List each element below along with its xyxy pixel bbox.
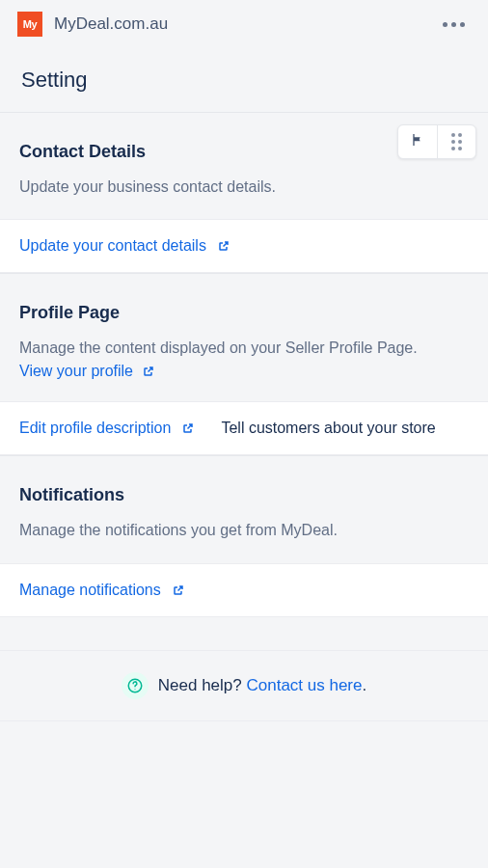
- action-row: Edit profile description Tell customers …: [0, 401, 488, 455]
- app-header: My MyDeal.com.au: [0, 0, 488, 48]
- help-icon: [122, 672, 149, 699]
- manage-notifications-link[interactable]: Manage notifications: [19, 582, 184, 599]
- help-bar: Need help? Contact us here.: [0, 650, 488, 721]
- section-body: Contact Details Update your business con…: [0, 113, 488, 219]
- edit-profile-link[interactable]: Edit profile description: [19, 420, 194, 437]
- update-contact-link[interactable]: Update your contact details: [19, 237, 230, 255]
- view-profile-link[interactable]: View your profile: [19, 363, 154, 380]
- section-profile-page: Profile Page Manage the content displaye…: [0, 273, 488, 455]
- flag-icon: [410, 132, 425, 151]
- action-link-label: Edit profile description: [19, 420, 171, 437]
- action-row: Update your contact details: [0, 219, 488, 273]
- help-text: Need help? Contact us here.: [158, 676, 366, 695]
- page-tools: [397, 124, 476, 159]
- action-row: Manage notifications: [0, 563, 488, 617]
- inline-link-label: View your profile: [19, 363, 133, 380]
- drag-handle-button[interactable]: [437, 125, 475, 158]
- section-body: Profile Page Manage the content displaye…: [0, 274, 488, 401]
- external-link-icon: [182, 422, 194, 434]
- page-title-bar: Setting: [0, 48, 488, 112]
- section-description: Manage the content displayed on your Sel…: [19, 337, 469, 359]
- app-logo: My: [17, 12, 42, 37]
- section-title: Profile Page: [19, 303, 469, 323]
- svg-point-1: [134, 689, 135, 690]
- action-link-label: Update your contact details: [19, 237, 206, 255]
- help-prefix: Need help?: [158, 676, 247, 694]
- page-title: Setting: [21, 68, 467, 93]
- app-title: MyDeal.com.au: [54, 14, 168, 34]
- external-link-icon: [143, 366, 154, 377]
- overflow-menu-icon[interactable]: [437, 16, 471, 33]
- action-link-label: Manage notifications: [19, 582, 161, 599]
- header-left: My MyDeal.com.au: [17, 12, 168, 37]
- drag-handle-icon: [451, 133, 462, 150]
- section-description: Update your business contact details.: [19, 176, 469, 198]
- flag-button[interactable]: [398, 125, 437, 158]
- external-link-icon: [173, 584, 184, 596]
- section-description: Manage the notifications you get from My…: [19, 519, 469, 541]
- section-body: Notifications Manage the notifications y…: [0, 456, 488, 562]
- section-title: Notifications: [19, 485, 469, 505]
- section-contact-details: Contact Details Update your business con…: [0, 112, 488, 273]
- external-link-icon: [218, 240, 230, 252]
- profile-aside-text: Tell customers about your store: [221, 420, 435, 437]
- contact-us-link[interactable]: Contact us here: [246, 676, 362, 694]
- section-notifications: Notifications Manage the notifications y…: [0, 455, 488, 616]
- help-suffix: .: [362, 676, 366, 694]
